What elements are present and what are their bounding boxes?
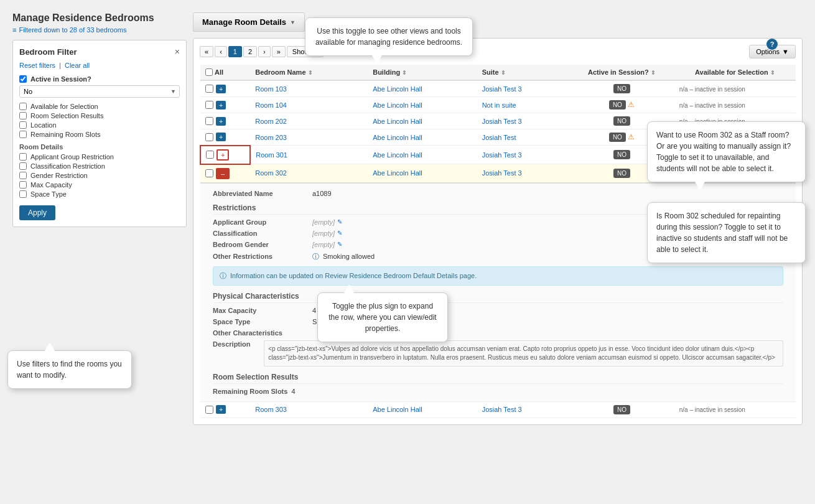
row-select-cell: + [200,146,250,164]
abbrev-name-value: a1089 [312,190,332,197]
building-link[interactable]: Abe Lincoln Hall [373,101,422,109]
prev-btn[interactable]: ‹ [215,46,227,57]
building-link[interactable]: Abe Lincoln Hall [373,151,422,159]
room-name-cell: Room 302 [250,164,368,183]
filter-room-selection-checkbox[interactable] [19,112,27,119]
other-restrictions-info-icon[interactable]: ⓘ [312,252,319,261]
active-toggle[interactable]: NO [613,150,630,159]
manage-room-details-button[interactable]: Manage Room Details ▼ [193,12,305,32]
sort-building-icon[interactable]: ⇕ [402,70,407,76]
page-1-btn[interactable]: 1 [228,46,242,57]
filter-available-checkbox[interactable] [19,103,27,110]
expand-row-btn[interactable]: + [216,85,226,93]
suite-link[interactable]: Josiah Test [482,134,516,141]
edit-bedroom-gender-icon[interactable]: ✎ [337,241,342,248]
filter-max-capacity-checkbox[interactable] [19,181,27,189]
suite-cell: Josiah Test 3 [477,80,569,97]
page-title: Manage Residence Bedrooms [12,12,187,24]
help-icon[interactable]: ? [766,39,778,50]
room-name-link[interactable]: Room 303 [255,406,287,413]
suite-cell: Not in suite [477,97,569,113]
filter-remaining-slots-checkbox[interactable] [19,131,27,138]
tooltip-arrow-down-right1 [695,182,705,190]
filter-space-type-checkbox[interactable] [19,190,27,198]
active-toggle[interactable]: NO [613,84,630,93]
active-session-checkbox[interactable] [19,75,27,83]
row-checkbox[interactable] [205,117,213,125]
building-link[interactable]: Abe Lincoln Hall [373,406,422,413]
active-session-select-wrapper: No Yes [19,85,180,98]
expand-row-btn[interactable]: + [217,149,229,161]
options-caret-icon: ▼ [782,48,789,55]
filter-panel-title: Bedroom Filter [19,47,77,57]
suite-link[interactable]: Josiah Test 3 [482,118,522,125]
room-name-link[interactable]: Room 104 [255,101,287,109]
select-all-checkbox[interactable] [205,68,213,76]
filter-applicant-group-checkbox[interactable] [19,153,27,161]
expand-row-btn[interactable]: + [216,117,226,126]
building-link[interactable]: Abe Lincoln Hall [373,134,422,141]
separator: | [59,62,61,69]
row-select-cell: + [200,129,250,146]
active-toggle[interactable]: NO [609,133,626,142]
suite-link[interactable]: Josiah Test 3 [482,169,522,177]
next-next-btn[interactable]: » [272,46,286,57]
prev-prev-btn[interactable]: « [200,46,213,57]
row-select-cell: + [200,401,250,418]
active-toggle[interactable]: NO [613,405,630,414]
sort-suite-icon[interactable]: ⇕ [501,70,506,76]
building-link[interactable]: Abe Lincoln Hall [373,85,422,93]
building-link[interactable]: Abe Lincoln Hall [373,169,422,177]
pagination-row: « ‹ 1 2 › » Show all Options ▼ [200,45,796,58]
filter-close-btn[interactable]: × [175,47,180,57]
active-cell: NO ⚠ [569,97,674,113]
available-cell: n/a – inactive in session [674,97,796,113]
room-name-link[interactable]: Room 203 [255,134,287,141]
expand-row-btn[interactable]: + [216,133,226,141]
suite-link[interactable]: Josiah Test 3 [482,406,522,413]
room-name-link[interactable]: Room 202 [255,118,287,125]
building-link[interactable]: Abe Lincoln Hall [373,118,422,125]
reset-filters-link[interactable]: Reset filters [19,62,55,69]
active-toggle[interactable]: NO [609,100,626,110]
sort-name-icon[interactable]: ⇕ [308,70,313,76]
collapse-row-btn[interactable]: – [216,168,230,179]
abbrev-name-row: Abbreviated Name a1089 [213,190,783,197]
room-name-link[interactable]: Room 302 [255,169,287,177]
remaining-slots-value: 4 [291,388,295,395]
edit-classification-icon[interactable]: ✎ [337,230,342,236]
active-toggle[interactable]: NO [613,116,630,126]
page-2-btn[interactable]: 2 [243,46,257,57]
row-checkbox[interactable] [205,101,213,109]
expand-row-btn[interactable]: + [216,101,226,110]
row-checkbox[interactable] [205,169,213,177]
applicant-group-label: Applicant Group [213,218,312,226]
space-type-row: Space Type Single ✎ [213,318,783,325]
apply-button[interactable]: Apply [19,205,55,220]
row-checkbox[interactable] [206,151,214,159]
sort-active-icon[interactable]: ⇕ [651,70,656,76]
room-name-link[interactable]: Room 103 [255,85,287,93]
expand-row-btn[interactable]: + [216,405,226,414]
suite-link[interactable]: Josiah Test 3 [482,151,522,159]
bedroom-gender-value: [empty] [312,241,335,248]
filter-location-checkbox[interactable] [19,121,27,129]
suite-cell: Josiah Test 3 [477,146,569,164]
suite-link[interactable]: Josiah Test 3 [482,85,522,93]
row-checkbox[interactable] [205,406,213,414]
suite-link[interactable]: Not in suite [482,101,516,109]
edit-applicant-group-icon[interactable]: ✎ [337,218,342,225]
room-name-link[interactable]: Room 301 [256,151,287,159]
active-session-select[interactable]: No Yes [19,85,180,98]
sort-avail-icon[interactable]: ⇕ [770,70,775,76]
active-session-label: Active in Session? [19,75,180,83]
row-select-cell: + [200,80,250,97]
suite-cell: Josiah Test 3 [477,164,569,183]
row-checkbox[interactable] [205,85,213,93]
filter-classification-checkbox[interactable] [19,162,27,170]
row-checkbox[interactable] [205,133,213,141]
active-toggle[interactable]: NO [613,169,630,178]
filter-gender-checkbox[interactable] [19,172,27,179]
next-btn[interactable]: › [258,46,271,57]
clear-all-link[interactable]: Clear all [65,62,90,69]
